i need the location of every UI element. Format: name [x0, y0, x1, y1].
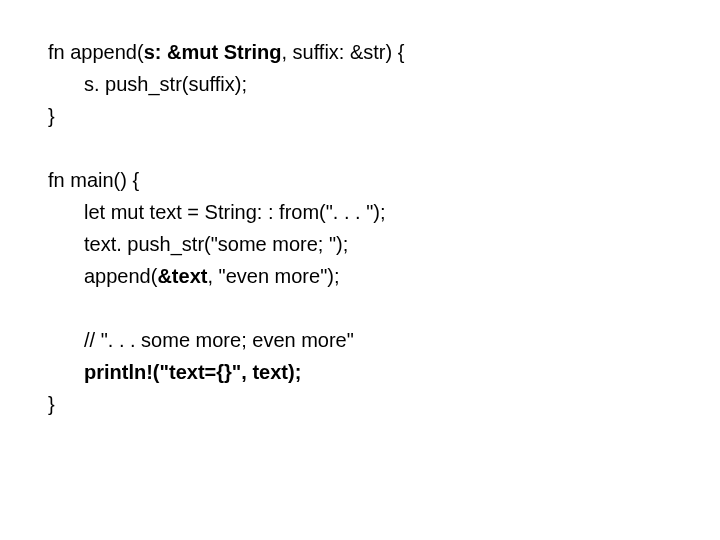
code-line-5: let mut text = String: : from(". . . "); — [48, 196, 672, 228]
code-line-4: fn main() { — [48, 164, 672, 196]
code-fn-append-param-mut: s: &mut String — [144, 41, 282, 63]
code-line-3: } — [48, 100, 672, 132]
code-line-2: s. push_str(suffix); — [48, 68, 672, 100]
code-slide: fn append(s: &mut String, suffix: &str) … — [0, 0, 720, 540]
code-fn-append-sig-c: , suffix: &str) { — [281, 41, 404, 63]
code-line-10: } — [48, 388, 672, 420]
code-append-call-ref: &text — [157, 265, 207, 287]
code-fn-append-sig-a: fn append( — [48, 41, 144, 63]
code-append-call-c: , "even more"); — [207, 265, 339, 287]
blank-2 — [48, 292, 672, 324]
code-line-8: // ". . . some more; even more" — [48, 324, 672, 356]
code-line-1: fn append(s: &mut String, suffix: &str) … — [48, 36, 672, 68]
code-line-6: text. push_str("some more; "); — [48, 228, 672, 260]
blank-1 — [48, 132, 672, 164]
code-line-7: append(&text, "even more"); — [48, 260, 672, 292]
code-append-call-a: append( — [84, 265, 157, 287]
code-line-9: println!("text={}", text); — [48, 356, 672, 388]
